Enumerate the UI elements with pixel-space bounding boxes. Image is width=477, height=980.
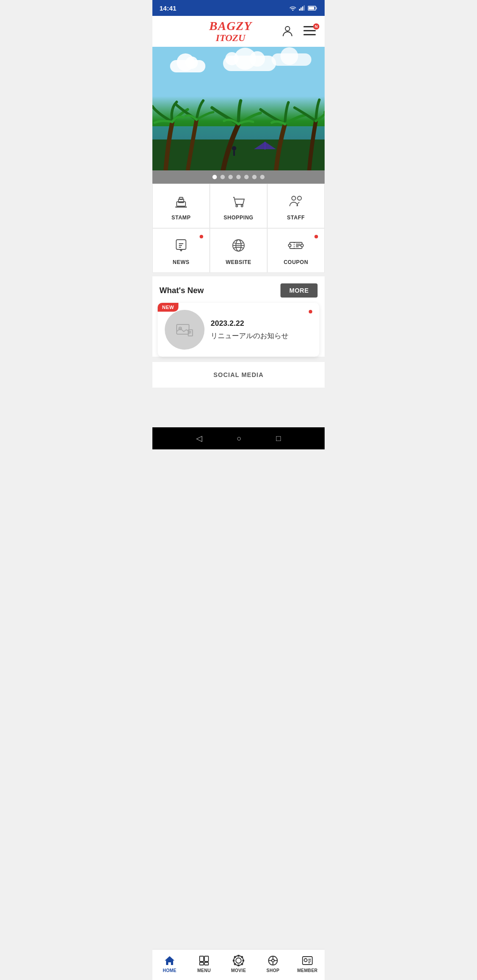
menu-item-shopping[interactable]: SHOPPING bbox=[210, 184, 267, 228]
header: BAGZY ITOZU N bbox=[152, 16, 325, 47]
svg-point-29 bbox=[288, 244, 291, 247]
svg-rect-6 bbox=[316, 7, 317, 9]
android-nav-bar: ◁ ○ □ bbox=[152, 427, 325, 449]
logo-itozu: ITOZU bbox=[209, 33, 252, 43]
home-android-button[interactable]: ○ bbox=[237, 434, 242, 443]
logo: BAGZY ITOZU bbox=[182, 19, 280, 44]
stamp-icon bbox=[173, 193, 189, 211]
carousel-dot-6[interactable] bbox=[252, 175, 257, 179]
news-date: 2023.2.22 bbox=[211, 319, 312, 328]
shopping-label: SHOPPING bbox=[223, 215, 253, 221]
status-time: 14:41 bbox=[159, 4, 176, 12]
profile-button[interactable] bbox=[280, 23, 295, 40]
social-media-section: SOCIAL MEDIA bbox=[152, 362, 325, 388]
news-title: リニューアルのお知らせ bbox=[211, 332, 312, 341]
svg-rect-2 bbox=[302, 7, 303, 11]
notification-badge: N bbox=[313, 23, 319, 30]
shopping-icon bbox=[231, 193, 246, 211]
cloud3 bbox=[272, 53, 311, 66]
news-thumbnail bbox=[165, 310, 204, 350]
menu-grid: STAMP SHOPPING STAFF bbox=[152, 184, 325, 273]
header-icons: N bbox=[280, 23, 318, 40]
svg-point-13 bbox=[232, 146, 236, 151]
svg-point-23 bbox=[298, 196, 302, 200]
svg-rect-3 bbox=[304, 5, 305, 11]
svg-rect-10 bbox=[303, 34, 316, 35]
whats-new-header: What's New MORE bbox=[152, 276, 325, 303]
svg-rect-9 bbox=[303, 30, 316, 31]
status-bar: 14:41 bbox=[152, 0, 325, 16]
carousel-dot-5[interactable] bbox=[244, 175, 249, 179]
status-icons bbox=[289, 5, 318, 11]
new-badge: NEW bbox=[158, 303, 178, 312]
social-media-label: SOCIAL MEDIA bbox=[213, 371, 264, 378]
staff-icon bbox=[288, 193, 304, 211]
svg-point-30 bbox=[301, 244, 303, 247]
svg-point-22 bbox=[292, 196, 296, 200]
svg-rect-15 bbox=[265, 142, 265, 150]
menu-item-staff[interactable]: STAFF bbox=[267, 184, 325, 228]
stamp-label: STAMP bbox=[171, 215, 191, 221]
news-content: 2023.2.22 リニューアルのお知らせ bbox=[211, 319, 312, 341]
svg-point-20 bbox=[236, 205, 238, 207]
logo-bagzy: BAGZY bbox=[209, 19, 252, 33]
cloud1 bbox=[170, 60, 205, 72]
battery-icon bbox=[308, 6, 318, 11]
website-icon bbox=[231, 237, 246, 256]
svg-rect-18 bbox=[179, 197, 183, 200]
menu-item-stamp[interactable]: STAMP bbox=[152, 184, 210, 228]
svg-rect-12 bbox=[152, 139, 325, 170]
news-notification-dot bbox=[200, 235, 203, 238]
hero-banner bbox=[152, 47, 325, 170]
svg-rect-1 bbox=[301, 8, 302, 11]
menu-item-news[interactable]: NEWS bbox=[152, 228, 210, 273]
coupon-icon bbox=[288, 237, 304, 256]
carousel-dots bbox=[152, 170, 325, 184]
wifi-icon bbox=[289, 5, 296, 11]
profile-icon bbox=[281, 25, 294, 37]
palm-trees bbox=[152, 73, 325, 170]
website-label: WEBSITE bbox=[226, 259, 251, 265]
menu-item-website[interactable]: WEBSITE bbox=[210, 228, 267, 273]
svg-rect-0 bbox=[299, 9, 300, 11]
signal-icon bbox=[299, 5, 305, 11]
carousel-dot-1[interactable] bbox=[212, 175, 217, 179]
coupon-notification-dot bbox=[314, 235, 318, 238]
svg-rect-5 bbox=[309, 7, 314, 9]
recents-button[interactable]: □ bbox=[276, 434, 281, 443]
news-icon bbox=[173, 237, 189, 256]
coupon-label: COUPON bbox=[284, 259, 308, 265]
whats-new-title: What's New bbox=[159, 286, 204, 295]
menu-button[interactable]: N bbox=[302, 24, 318, 39]
news-unread-dot bbox=[309, 310, 312, 313]
news-card-0[interactable]: NEW 2023.2.22 リニューアルのお知らせ bbox=[158, 303, 319, 357]
carousel-dot-2[interactable] bbox=[220, 175, 225, 179]
svg-point-7 bbox=[285, 26, 290, 31]
carousel-dot-4[interactable] bbox=[236, 175, 241, 179]
hero-image bbox=[152, 47, 325, 170]
cloud2 bbox=[223, 56, 276, 71]
staff-label: STAFF bbox=[287, 215, 305, 221]
carousel-dot-7[interactable] bbox=[260, 175, 265, 179]
news-label: NEWS bbox=[173, 259, 189, 265]
back-button[interactable]: ◁ bbox=[196, 433, 202, 443]
carousel-dot-3[interactable] bbox=[228, 175, 233, 179]
more-button[interactable]: MORE bbox=[280, 283, 318, 298]
svg-point-21 bbox=[241, 205, 243, 207]
menu-item-coupon[interactable]: COUPON bbox=[267, 228, 325, 273]
svg-rect-14 bbox=[233, 151, 235, 156]
